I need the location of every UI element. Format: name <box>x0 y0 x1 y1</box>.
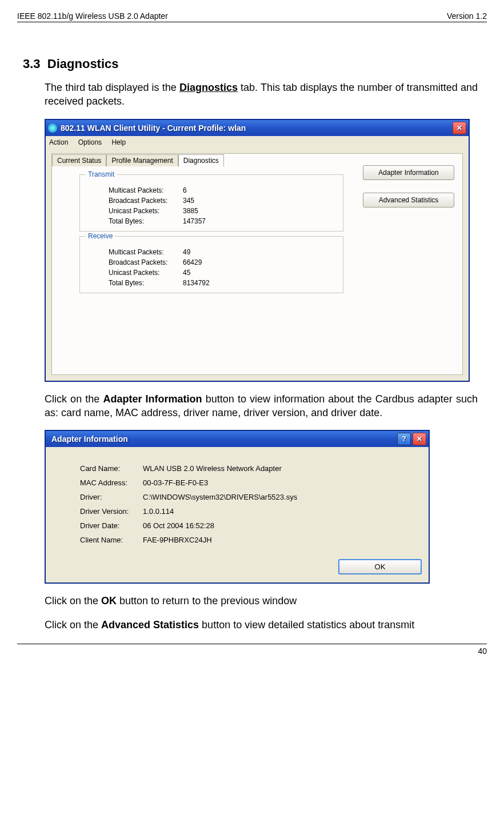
table-row: Driver Date:06 Oct 2004 16:52:28 <box>80 521 417 530</box>
section-heading: 3.3 Diagnostics <box>23 57 487 71</box>
table-row: Unicast Packets:3885 <box>109 207 337 215</box>
receive-legend: Receive <box>86 232 115 240</box>
info-body: Card Name:WLAN USB 2.0 Wireless Network … <box>46 447 429 556</box>
transmit-fieldset: Transmit Multicast Packets:6 Broadcast P… <box>79 174 343 232</box>
menubar: Action Options Help <box>46 136 469 149</box>
adapter-information-button[interactable]: Adapter Information <box>363 165 454 180</box>
menu-help[interactable]: Help <box>111 138 126 146</box>
table-row: Card Name:WLAN USB 2.0 Wireless Network … <box>80 464 417 473</box>
paragraph-1: The third tab displayed is the Diagnosti… <box>45 81 478 109</box>
paragraph-3: Click on the OK button to return to the … <box>45 594 478 608</box>
advanced-statistics-button[interactable]: Advanced Statistics <box>363 193 454 208</box>
transmit-legend: Transmit <box>86 170 117 178</box>
page-number: 40 <box>478 647 487 656</box>
window-title: 802.11 WLAN Client Utility - Current Pro… <box>61 123 451 133</box>
ok-button[interactable]: OK <box>338 559 422 574</box>
menu-options[interactable]: Options <box>78 138 102 146</box>
paragraph-2: Click on the Adapter Information button … <box>45 392 478 420</box>
tab-profile-management[interactable]: Profile Management <box>106 154 178 166</box>
table-row: Total Bytes:8134792 <box>109 279 337 287</box>
table-row: Broadcast Packets:66429 <box>109 258 337 266</box>
tab-strip: Current StatusProfile ManagementDiagnost… <box>52 154 453 166</box>
header-left: IEEE 802.11b/g Wireless USB 2.0 Adapter <box>17 11 168 21</box>
tab-area: Current StatusProfile ManagementDiagnost… <box>51 153 463 375</box>
table-row: Multicast Packets:49 <box>109 248 337 256</box>
table-row: Unicast Packets:45 <box>109 269 337 277</box>
app-icon <box>48 123 57 133</box>
table-row: Total Bytes:147357 <box>109 217 337 225</box>
receive-fieldset: Receive Multicast Packets:49 Broadcast P… <box>79 236 343 293</box>
page-header: IEEE 802.11b/g Wireless USB 2.0 Adapter … <box>17 11 487 22</box>
tab-current-status[interactable]: Current Status <box>52 154 106 166</box>
paragraph-4: Click on the Advanced Statistics button … <box>45 618 478 632</box>
close-icon[interactable]: ✕ <box>413 433 426 445</box>
header-right: Version 1.2 <box>447 11 487 21</box>
table-row: Client Name:FAE-9PHBRXC24JH <box>80 536 417 544</box>
window-title: Adapter Information <box>48 434 395 444</box>
close-icon[interactable]: ✕ <box>453 122 466 134</box>
table-row: Broadcast Packets:345 <box>109 197 337 205</box>
table-row: Driver:C:\WINDOWS\system32\DRIVERS\ar552… <box>80 493 417 501</box>
titlebar[interactable]: Adapter Information ? ✕ <box>46 431 429 447</box>
table-row: Driver Version:1.0.0.114 <box>80 507 417 516</box>
tab-diagnostics[interactable]: Diagnostics <box>178 154 224 167</box>
titlebar[interactable]: 802.11 WLAN Client Utility - Current Pro… <box>46 120 469 136</box>
adapter-info-window: Adapter Information ? ✕ Card Name:WLAN U… <box>45 430 430 584</box>
table-row: Multicast Packets:6 <box>109 186 337 194</box>
page-footer: 40 <box>17 644 487 656</box>
wlan-utility-window: 802.11 WLAN Client Utility - Current Pro… <box>45 119 470 382</box>
help-icon[interactable]: ? <box>397 433 411 445</box>
table-row: MAC Address:00-03-7F-BE-F0-E3 <box>80 478 417 487</box>
menu-action[interactable]: Action <box>49 138 68 146</box>
ok-wrap: OK <box>46 556 429 582</box>
